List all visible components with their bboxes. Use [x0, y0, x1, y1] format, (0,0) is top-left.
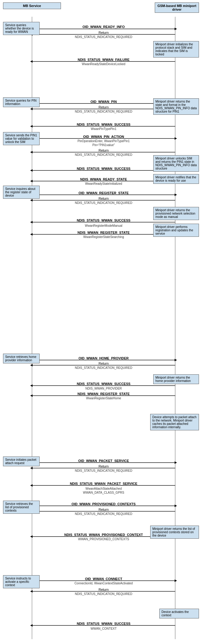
svg-marker-29	[30, 233, 33, 236]
msg-prov-ctxs: WWAN_PROVISIONED_CONTEXTS	[78, 537, 129, 541]
msg-ndis-req-6: NDIS_STATUS_INDICATION_REQUIRED	[75, 469, 132, 472]
msg-wwan-packet-svc: NDIS_STATUS_WWAN_PACKET_SERVICE	[70, 482, 137, 485]
note-pin-info: Miniport driver returns the state and fo…	[153, 98, 199, 115]
msg-attach-state: WwanAttachStateAttached	[86, 487, 122, 490]
svg-marker-31	[175, 359, 177, 361]
note-pin-unlock: Miniport driver unlocks SIM and returns …	[153, 155, 199, 172]
msg-oid-ready-info: OID_WWAN_READY_INFO	[83, 25, 125, 29]
msg-return-7: Return	[98, 508, 108, 511]
note-pin-send: Service sends the PIN1 value for validat…	[3, 132, 40, 145]
svg-marker-45	[175, 505, 177, 507]
svg-marker-19	[30, 169, 33, 172]
svg-marker-23	[175, 194, 177, 196]
msg-return-1: Return	[98, 31, 108, 34]
note-context-activated: Device activates the context	[159, 609, 199, 618]
msg-wwan-failure: NDIS_STATUS_WWAN_FAILURE	[78, 58, 129, 61]
msg-wwan-success-5: NDIS_STATUS_WWAN_SUCCESS	[77, 622, 130, 625]
note-register-query: Service inquires about the register stat…	[3, 186, 40, 199]
msg-device-locked: WwanReadyStateDeviceLocked	[82, 62, 126, 66]
msg-return-5: Return	[98, 362, 108, 365]
msg-wwan-context: WWAN_CONTEXT	[90, 627, 117, 630]
svg-marker-7	[30, 60, 33, 63]
msg-ready-state: NDIS_WWAN_READY_STATE	[80, 177, 127, 181]
msg-pin-val: Pin="PIN1value"	[92, 143, 115, 147]
msg-oid-connect: OID_WWAN_CONNECT	[85, 577, 122, 581]
msg-return-3: Return	[98, 149, 108, 152]
note-packet-attach: Service initiates packet attach request	[3, 457, 40, 466]
msg-oid-pin: OID_WWAN_PIN	[90, 100, 117, 103]
msg-ndis-req-5: NDIS_STATUS_INDICATION_REQUIRED	[75, 366, 132, 369]
msg-oid-pin-action: OID_WWAN_PIN_ACTION	[83, 135, 124, 138]
note-home-provider: Service retrieves home provider informat…	[3, 354, 40, 363]
msg-ndis-req-7: NDIS_STATUS_INDICATION_REQUIRED	[75, 512, 132, 516]
svg-marker-17	[30, 151, 33, 153]
note-manual-mode: Miniport driver returns the provisioned …	[153, 207, 199, 220]
msg-wwan-success-1: NDIS_STATUS_WWAN_SUCCESS	[77, 123, 130, 126]
msg-oid-home-provider: OID_WWAN_HOME_PROVIDER	[79, 356, 129, 360]
svg-marker-27	[30, 221, 33, 223]
note-home-provider-return: Miniport driver returns the home provide…	[153, 374, 199, 384]
note-wwan-ready: Service queries whether the device is re…	[3, 22, 40, 35]
note-pin-query: Service queries for PIN information	[3, 97, 40, 107]
sequence-diagram: MB Service GSM-based MB miniport driver	[0, 0, 202, 644]
note-device-ready: Miniport driver notifies that the device…	[153, 174, 199, 184]
svg-marker-39	[175, 461, 177, 464]
msg-data-class: WWAN_DATA_CLASS_GPRS	[83, 491, 124, 494]
svg-marker-25	[30, 199, 33, 201]
msg-wwan-success-4: NDIS_STATUS_WWAN_SUCCESS	[77, 382, 130, 386]
svg-marker-15	[175, 137, 177, 140]
msg-ndis-provider: NDIS_WWAN_PROVIDER	[85, 387, 122, 390]
svg-marker-55	[30, 624, 33, 627]
msg-conn-id: ConnectionId, WwanContextStateActivated	[74, 582, 133, 585]
msg-wwan-prov-ctx: NDIS_STATUS_WWAN_PROVISIONED_CONTEXT	[64, 533, 143, 537]
svg-marker-53	[30, 590, 33, 593]
actor-mb-service: MB Service	[3, 2, 61, 9]
svg-marker-13	[30, 125, 33, 128]
svg-marker-49	[30, 535, 33, 538]
msg-ndis-reg-state-1: NDIS_WWAN_REGISTER_STATE	[77, 231, 129, 234]
msg-reg-home: WwanRegisterStateHome	[86, 397, 121, 400]
msg-reg-searching: WwanRegisterStateSearching	[83, 235, 124, 239]
svg-marker-3	[175, 28, 177, 30]
msg-return-6: Return	[98, 464, 108, 468]
msg-oid-packet-svc: OID_WWAN_PACKET_SERVICE	[78, 459, 129, 463]
svg-marker-11	[30, 108, 33, 110]
svg-marker-43	[30, 484, 33, 487]
msg-return-8: Return	[98, 588, 108, 591]
svg-marker-35	[30, 384, 33, 387]
msg-pin-op: PinOperationEnter, WwanPinTypePin1	[77, 139, 129, 143]
svg-marker-51	[175, 579, 177, 582]
svg-marker-21	[30, 180, 33, 182]
note-provisioned-contexts: Service retrieves the list of provisione…	[3, 501, 40, 514]
msg-ndis-req-2: NDIS_STATUS_INDICATION_REQUIRED	[75, 110, 132, 113]
msg-ndis-req-4: NDIS_STATUS_INDICATION_REQUIRED	[75, 201, 132, 205]
msg-ready-init: WwanReadyStateInitialized	[85, 182, 122, 185]
msg-ndis-req-8: NDIS_STATUS_INDICATION_REQUIRED	[75, 592, 132, 596]
sequence-svg	[0, 0, 202, 644]
msg-ndis-reg-state-2: NDIS_WWAN_REGISTER_STATE	[77, 392, 129, 396]
msg-register-mode: WwanRegisterModeManual	[85, 224, 122, 227]
svg-marker-37	[30, 394, 33, 397]
note-provisioned-list: Miniport driver returns the list of prov…	[150, 526, 199, 539]
svg-marker-33	[30, 364, 33, 366]
msg-ndis-req-1: NDIS_STATUS_INDICATION_REQUIRED	[75, 35, 132, 39]
note-sim-locked: Miniport driver initializes the protocol…	[153, 41, 199, 58]
msg-oid-reg-state: OID_WWAN_REGISTER_STATE	[79, 191, 129, 195]
note-activate-context: Service instructs to activate a specific…	[3, 575, 40, 588]
msg-ndis-req-3: NDIS_STATUS_INDICATION_REQUIRED	[75, 153, 132, 156]
note-registration: Miniport driver performs registration an…	[153, 224, 199, 237]
msg-pin-type: WwanPinTypePin1	[91, 127, 116, 131]
msg-wwan-success-3: NDIS_STATUS_WWAN_SUCCESS	[77, 219, 130, 222]
svg-marker-41	[30, 467, 33, 469]
msg-return-2: Return	[98, 105, 108, 109]
msg-wwan-success-2: NDIS_STATUS_WWAN_SUCCESS	[77, 167, 130, 170]
msg-oid-prov-ctx: OID_WWAN_PROVISIONED_CONTEXTS	[72, 502, 136, 506]
note-packet-attach-device: Device attempts to packet attach to the …	[150, 414, 199, 430]
msg-return-4: Return	[98, 197, 108, 200]
actor-miniport-driver: GSM-based MB miniport driver	[155, 2, 199, 13]
